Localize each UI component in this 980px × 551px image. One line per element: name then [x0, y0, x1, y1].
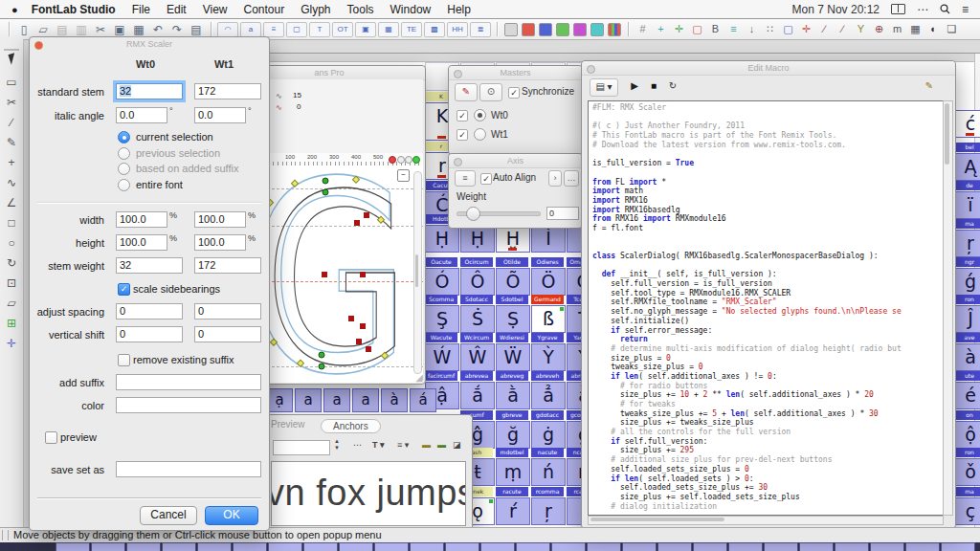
pointer-tool[interactable]	[3, 54, 20, 71]
color-swatch-3[interactable]	[539, 23, 552, 36]
masters-titlebar[interactable]: Masters	[449, 66, 582, 80]
scale-tool[interactable]: ⊡	[3, 275, 20, 292]
glyph-cell[interactable]: ŗ	[531, 497, 566, 525]
macro-list-icon[interactable]: ▤ ▾	[590, 78, 618, 97]
knife-tool[interactable]: ✂	[3, 94, 20, 111]
rmx-titlebar[interactable]: RMX Scaler	[30, 37, 269, 51]
panel-button-4[interactable]: ▢	[286, 22, 307, 37]
glyph-cell[interactable]: ǵ	[953, 268, 980, 296]
italic-angle-wt1-input[interactable]: 0.0	[194, 107, 246, 123]
close-icon[interactable]	[587, 65, 595, 74]
canvas-scrollbar[interactable]	[413, 171, 422, 374]
glyph-cell[interactable]: ń	[531, 458, 566, 486]
glyph-cell[interactable]: Ô	[460, 268, 495, 296]
glyph-name-header[interactable]: ute	[953, 371, 980, 381]
glyph-cell[interactable]: ǒ	[953, 458, 980, 486]
edit-mask-icon[interactable]: ✎	[455, 83, 478, 101]
text-size-icon[interactable]: T ▾	[372, 440, 385, 450]
new-document-icon[interactable]: ▯	[14, 23, 33, 36]
auto-align-checkbox[interactable]	[480, 173, 492, 185]
radio-entire-font[interactable]: entire font	[118, 179, 183, 192]
height-wt0-input[interactable]: 100.0	[116, 234, 167, 251]
glyph-cell[interactable]: a	[323, 388, 350, 412]
glyph-name-header[interactable]: ngr	[953, 257, 980, 267]
panel-button-7[interactable]: ▣	[355, 22, 376, 37]
guide-tool-tool[interactable]: ✛	[3, 335, 20, 352]
cancel-button[interactable]: Cancel	[140, 506, 197, 525]
code-vertical-scrollbar[interactable]	[943, 100, 953, 516]
glyph-name-header[interactable]: ave	[953, 333, 980, 342]
curve-icon[interactable]: ∕	[815, 23, 834, 35]
glyph-name-header[interactable]: ron	[953, 448, 980, 457]
glyph-cell[interactable]: à	[381, 388, 408, 412]
search-icon[interactable]	[940, 4, 950, 14]
reload-macro-icon[interactable]: ↻	[662, 78, 683, 95]
guides-icon[interactable]: +	[652, 23, 670, 35]
radio-previous-selection[interactable]: previous selection	[118, 147, 220, 161]
undo-icon[interactable]: ↶	[148, 23, 167, 36]
panel-button-8[interactable]: ▦	[378, 22, 399, 37]
glyph-cell[interactable]: Ì	[531, 225, 566, 253]
open-folder-icon[interactable]: ▱	[33, 23, 53, 36]
selection-box-icon[interactable]: ▢	[688, 23, 706, 35]
panel-button-9[interactable]: TE	[401, 22, 422, 37]
glyph-name-header[interactable]: Ygrave	[531, 333, 564, 342]
scale-sidebearings-checkbox[interactable]	[118, 283, 130, 296]
axis-menu-icon[interactable]: ≡	[455, 170, 476, 187]
panel-button-3[interactable]: ≡	[263, 22, 284, 37]
tab-anchors[interactable]: Anchors	[321, 419, 381, 433]
grid-icon[interactable]: #	[634, 23, 652, 35]
next-icon[interactable]: ›	[548, 170, 562, 187]
adjust-spacing-wt0-input[interactable]: 0	[116, 303, 183, 320]
wt1-visible-checkbox[interactable]	[457, 129, 468, 141]
glyph-cell[interactable]: Ö	[531, 268, 566, 296]
palette-grip[interactable]	[4, 41, 19, 51]
glyph-name-header[interactable]: Wacute	[425, 333, 457, 342]
panel-button-1[interactable]: ◠	[217, 22, 238, 37]
add-curve-tool[interactable]: ∿	[3, 174, 20, 191]
target-icon[interactable]: ⊕	[870, 23, 888, 35]
axis-panel[interactable]: Axis ≡ Auto Align › … Weight 0	[448, 153, 583, 229]
wt0-radio[interactable]	[474, 109, 486, 121]
glyph-name-header[interactable]: Wcircum	[460, 333, 493, 342]
glyph-name-header[interactable]: Germand	[531, 295, 564, 304]
glyph-cell[interactable]: ç	[953, 497, 980, 525]
glyph-cell[interactable]: a	[295, 388, 322, 412]
contrast-icon[interactable]: ◪	[453, 440, 461, 450]
code-horizontal-scrollbar[interactable]	[588, 516, 944, 525]
snap-grid-tool[interactable]: ⊞	[3, 315, 20, 332]
height-wt1-input[interactable]: 100.0	[194, 234, 246, 251]
glyph-name-header[interactable]: Odieres	[531, 257, 564, 267]
glyph-cell[interactable]: Ó	[425, 268, 459, 296]
glyph-name-header[interactable]: abreveg	[496, 371, 528, 381]
width-wt1-input[interactable]: 100.0	[194, 211, 246, 228]
fork-icon[interactable]: Y	[852, 23, 870, 35]
color-swatch-2[interactable]	[522, 23, 535, 36]
glyph-cell[interactable]: ẳ	[531, 382, 566, 409]
ruler-lock-icon[interactable]	[412, 156, 420, 164]
glyph-cell[interactable]: Ṣ	[496, 305, 530, 333]
slant-tool[interactable]: ▱	[3, 295, 20, 312]
glyph-name-header[interactable]: abreveh	[531, 371, 564, 381]
save-icon[interactable]: ▤	[53, 23, 72, 36]
menu-tools[interactable]: Tools	[347, 3, 374, 16]
glyph-name-header[interactable]: ron	[953, 295, 980, 304]
glyph-name-header[interactable]: Sdotbel	[496, 295, 528, 304]
standard-stem-wt0-input[interactable]: 32	[116, 83, 183, 99]
panel-button-10[interactable]: ▩	[424, 22, 445, 37]
glyph-cell[interactable]: Ḫ	[496, 225, 530, 253]
wt1-radio[interactable]	[474, 128, 486, 141]
glyph-name-header[interactable]: ma	[953, 219, 980, 229]
panel-button-11[interactable]: HH	[447, 22, 468, 37]
glyph-cell[interactable]: ï	[953, 191, 980, 219]
bold-icon[interactable]: B	[706, 23, 724, 35]
add-suffix-input[interactable]	[116, 374, 261, 390]
eye-icon[interactable]: ⊙	[479, 83, 502, 101]
width-wt0-input[interactable]: 100.0	[116, 211, 167, 228]
panel-button-6[interactable]: OT	[332, 22, 353, 37]
frame-icon[interactable]: ▢	[779, 23, 797, 35]
glyph-cell[interactable]: ằ	[496, 382, 530, 409]
glyph-cell[interactable]: ộ	[953, 421, 980, 449]
menu-file[interactable]: File	[132, 3, 150, 16]
preview-checkbox[interactable]	[45, 431, 57, 444]
